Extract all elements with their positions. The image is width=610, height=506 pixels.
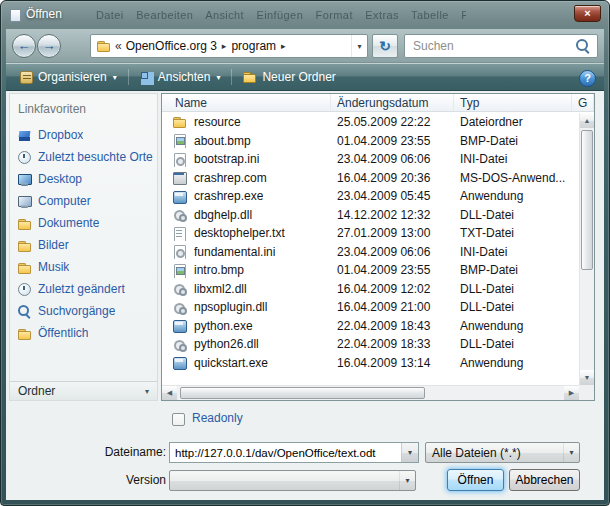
filename-dropdown-button[interactable]: ▾: [401, 443, 418, 462]
chevron-down-icon: ▾: [216, 73, 220, 82]
column-header-type[interactable]: Typ: [454, 94, 572, 111]
forward-button[interactable]: →: [37, 34, 61, 58]
chevron-down-icon: ▾: [357, 42, 361, 51]
table-row[interactable]: quickstart.exe 16.04.2009 13:14 Anwendun…: [162, 354, 579, 373]
address-dropdown-button[interactable]: ▾: [351, 35, 367, 57]
help-button[interactable]: ?: [579, 70, 596, 87]
back-arrow-icon: ←: [18, 38, 31, 53]
folders-pane-toggle[interactable]: Ordner ▾: [10, 381, 157, 400]
table-row[interactable]: desktophelper.txt 27.01.2009 13:00 TXT-D…: [162, 224, 579, 243]
table-row[interactable]: crashrep.exe 23.04.2009 05:45 Anwendung: [162, 187, 579, 206]
help-icon: ?: [584, 72, 591, 84]
crumb-separator-icon[interactable]: ▸: [219, 41, 230, 51]
version-combobox[interactable]: ▾: [169, 470, 416, 491]
scroll-left-button[interactable]: ◀: [162, 386, 177, 400]
com-file-icon: [172, 170, 187, 185]
file-name: fundamental.ini: [194, 245, 275, 259]
crumb-separator-icon[interactable]: ▸: [278, 41, 289, 51]
file-type: Anwendung: [454, 189, 572, 203]
toolbar-separator: [231, 69, 232, 85]
sidebar-item[interactable]: Computer: [10, 190, 157, 212]
breadcrumb-item[interactable]: OpenOffice.org 3: [124, 39, 219, 53]
bmp-file-icon: [172, 133, 187, 148]
table-row[interactable]: resource 25.05.2009 22:22 Dateiordner: [162, 113, 579, 132]
organize-button[interactable]: Organisieren ▾: [12, 66, 125, 88]
breadcrumb-overflow-chevrons[interactable]: «: [115, 39, 122, 53]
sidebar-item[interactable]: Zuletzt geändert: [10, 278, 157, 300]
table-row[interactable]: dbghelp.dll 14.12.2002 12:32 DLL-Datei: [162, 206, 579, 225]
file-name: libxml2.dll: [194, 282, 247, 296]
sidebar-item-label: Öffentlich: [38, 326, 88, 340]
file-type: DLL-Datei: [454, 282, 572, 296]
table-row[interactable]: python26.dll 22.04.2009 18:33 DLL-Datei: [162, 335, 579, 354]
file-date: 16.04.2009 13:14: [331, 356, 454, 370]
refresh-button[interactable]: ↻: [372, 34, 398, 58]
horizontal-scroll-thumb[interactable]: [180, 387, 425, 399]
readonly-label: Readonly: [192, 411, 243, 425]
sidebar-item[interactable]: Desktop: [10, 168, 157, 190]
sidebar-item[interactable]: Musik: [10, 256, 157, 278]
table-row[interactable]: python.exe 22.04.2009 18:43 Anwendung: [162, 317, 579, 336]
file-date: 16.04.2009 21:00: [331, 300, 454, 314]
sidebar-item[interactable]: Dropbox: [10, 124, 157, 146]
sidebar-item[interactable]: Suchvorgänge: [10, 300, 157, 322]
table-row[interactable]: about.bmp 01.04.2009 23:55 BMP-Datei: [162, 132, 579, 151]
chevron-down-icon: ▾: [399, 471, 415, 490]
titlebar[interactable]: Datei Bearbeiten Ansicht Einfügen Format…: [1, 1, 609, 29]
address-breadcrumb[interactable]: « OpenOffice.org 3 ▸ program ▸ ▾: [90, 34, 368, 58]
table-row[interactable]: libxml2.dll 16.04.2009 12:02 DLL-Datei: [162, 280, 579, 299]
file-name: quickstart.exe: [194, 356, 268, 370]
new-folder-button[interactable]: Neuer Ordner: [235, 66, 343, 88]
table-row[interactable]: npsoplugin.dll 16.04.2009 21:00 DLL-Date…: [162, 298, 579, 317]
search-icon[interactable]: [576, 39, 590, 53]
sidebar-item[interactable]: Bilder: [10, 234, 157, 256]
filetype-combobox[interactable]: Alle Dateien (*.*) ▾: [425, 442, 580, 463]
scroll-up-button[interactable]: ▲: [580, 113, 594, 128]
sidebar-items: Dropbox Zuletzt besuchte Orte Desktop Co…: [10, 124, 157, 344]
views-button[interactable]: Ansichten ▾: [132, 66, 229, 88]
horizontal-scrollbar[interactable]: ◀ ▶: [162, 385, 579, 400]
file-type: DLL-Datei: [454, 337, 572, 351]
column-header-size[interactable]: G: [572, 94, 594, 111]
table-row[interactable]: crashrep.com 16.04.2009 20:36 MS-DOS-Anw…: [162, 169, 579, 188]
close-button[interactable]: ×: [574, 5, 601, 22]
navigation-bar: ← → « OpenOffice.org 3 ▸ program ▸ ▾ ↻ S…: [6, 29, 604, 63]
command-toolbar: Organisieren ▾ Ansichten ▾ Neuer Ordner …: [6, 63, 604, 91]
dll-file-icon: [172, 207, 187, 222]
sidebar-item[interactable]: Dokumente: [10, 212, 157, 234]
sidebar-item-label: Desktop: [38, 172, 82, 186]
open-button[interactable]: Öffnen: [447, 469, 504, 491]
file-name: resource: [194, 115, 241, 129]
cancel-button[interactable]: Abbrechen: [509, 469, 580, 491]
search-input[interactable]: Suchen: [404, 34, 598, 58]
sidebar-item[interactable]: Zuletzt besuchte Orte: [10, 146, 157, 168]
column-header-date[interactable]: Änderungsdatum: [331, 94, 454, 111]
file-type: BMP-Datei: [454, 263, 572, 277]
back-button[interactable]: ←: [12, 34, 36, 58]
sidebar-item[interactable]: Öffentlich: [10, 322, 157, 344]
sidebar-item-label: Zuletzt besuchte Orte: [38, 150, 153, 164]
filename-combobox[interactable]: http://127.0.0.1/dav/OpenOffice/text.odt…: [169, 442, 419, 463]
file-type: INI-Datei: [454, 245, 572, 259]
computer-icon: [17, 194, 32, 209]
vertical-scrollbar[interactable]: ▲ ▼: [579, 113, 594, 385]
up-arrow-icon: ▲: [584, 117, 591, 124]
window-title: Öffnen: [26, 7, 62, 21]
file-name: about.bmp: [194, 134, 251, 148]
exe-file-icon: [172, 355, 187, 370]
folder-icon: [17, 260, 32, 275]
vertical-scroll-thumb[interactable]: [581, 130, 593, 270]
version-label: Version: [64, 470, 166, 491]
scroll-down-button[interactable]: ▼: [580, 370, 594, 385]
scroll-right-button[interactable]: ▶: [564, 386, 579, 400]
file-date: 01.04.2009 23:55: [331, 263, 454, 277]
filename-value[interactable]: http://127.0.0.1/dav/OpenOffice/text.odt: [170, 447, 401, 459]
breadcrumb-item[interactable]: program: [229, 39, 278, 53]
file-date: 22.04.2009 18:43: [331, 319, 454, 333]
table-row[interactable]: intro.bmp 01.04.2009 23:55 BMP-Datei: [162, 261, 579, 280]
open-dialog: Datei Bearbeiten Ansicht Einfügen Format…: [0, 0, 610, 506]
readonly-checkbox[interactable]: [172, 413, 185, 426]
table-row[interactable]: fundamental.ini 23.04.2009 06:06 INI-Dat…: [162, 243, 579, 262]
table-row[interactable]: bootstrap.ini 23.04.2009 06:06 INI-Datei: [162, 150, 579, 169]
column-header-name[interactable]: Name: [162, 94, 331, 111]
